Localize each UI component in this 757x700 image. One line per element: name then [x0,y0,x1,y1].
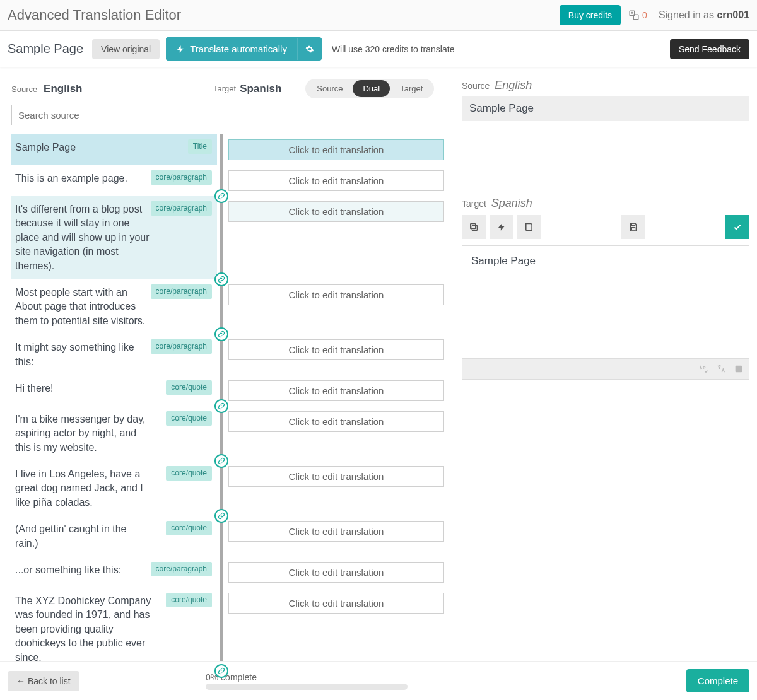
side-panel: Source English Sample Page Target Spanis… [462,79,749,700]
target-cell: Click to edit translation [226,165,444,196]
segment-type-badge: core/quote [166,380,212,395]
format-icon[interactable] [734,364,744,374]
translate-icon[interactable] [716,364,726,374]
segment-row[interactable]: Sample PageTitleClick to edit translatio… [11,134,447,165]
target-cell: Click to edit translation [226,516,444,557]
link-icon [218,512,225,520]
segment-row[interactable]: Most people start with an About page tha… [11,279,447,334]
search-input[interactable] [11,105,204,125]
link-segments-button[interactable] [214,454,228,468]
segment-row[interactable]: It's different from a blog post because … [11,196,447,279]
link-segments-button[interactable] [214,272,228,286]
source-cell[interactable]: (And gettin' caught in the rain.)core/qu… [11,516,217,557]
target-editor[interactable]: Sample Page [462,245,749,359]
source-cell[interactable]: I live in Los Angeles, have a great dog … [11,461,217,516]
source-language: English [44,83,82,95]
translate-settings-button[interactable] [297,38,322,60]
link-segments-button[interactable] [214,189,228,203]
source-cell[interactable]: It's different from a blog post because … [11,196,217,279]
link-icon [218,192,225,200]
target-cell: Click to edit translation [226,588,444,671]
translation-input[interactable]: Click to edit translation [228,339,444,360]
segment-type-badge: core/paragraph [151,170,212,185]
confirm-button[interactable] [725,215,749,239]
translation-input[interactable]: Click to edit translation [228,521,444,542]
segment-row[interactable]: I'm a bike messenger by day, aspiring ac… [11,406,447,461]
link-segments-button[interactable] [214,509,228,523]
segment-type-badge: core/paragraph [151,339,212,354]
segment-type-badge: core/paragraph [151,201,212,216]
segment-row[interactable]: Hi there!core/quoteClick to edit transla… [11,375,447,406]
target-cell: Click to edit translation [226,557,444,588]
spellcheck-icon[interactable] [698,364,708,374]
source-cell[interactable]: Hi there!core/quote [11,375,217,406]
source-cell[interactable]: I'm a bike messenger by day, aspiring ac… [11,406,217,461]
lightning-icon [497,223,506,231]
side-source-text: Sample Page [462,96,749,121]
side-toolbar [462,215,749,239]
toggle-dual[interactable]: Dual [353,80,390,97]
translation-input[interactable]: Click to edit translation [228,411,444,432]
row-divider [220,134,223,165]
translation-input[interactable]: Click to edit translation [228,139,444,160]
link-segments-button[interactable] [214,327,228,341]
source-cell[interactable]: Sample PageTitle [11,134,217,165]
send-feedback-button[interactable]: Send Feedback [670,39,749,59]
translation-input[interactable]: Click to edit translation [228,466,444,487]
complete-button[interactable]: Complete [686,669,749,692]
source-cell[interactable]: The XYZ Doohickey Company was founded in… [11,588,217,671]
segment-row[interactable]: I live in Los Angeles, have a great dog … [11,461,447,516]
segment-row[interactable]: The XYZ Doohickey Company was founded in… [11,588,447,671]
link-segments-button[interactable] [214,399,228,413]
signed-in-label: Signed in as crn001 [659,9,749,21]
target-cell: Click to edit translation [226,461,444,516]
side-target-label: Target [462,199,486,209]
back-to-list-button[interactable]: ← Back to list [8,671,79,691]
credit-usage-info: Will use 320 credits to translate [332,44,455,54]
source-cell[interactable]: Most people start with an About page tha… [11,279,217,334]
save-button[interactable] [621,215,645,239]
copy-icon [469,222,479,232]
target-cell: Click to edit translation [226,375,444,406]
translation-input[interactable]: Click to edit translation [228,201,444,222]
svg-rect-5 [631,228,635,230]
translation-input[interactable]: Click to edit translation [228,284,444,305]
progress-bar [206,684,408,690]
translate-automatically-button[interactable]: Translate automatically [166,37,297,61]
link-icon [218,667,225,675]
lightning-icon [176,45,185,54]
source-cell[interactable]: It might say something like this:core/pa… [11,334,217,375]
segment-row[interactable]: (And gettin' caught in the rain.)core/qu… [11,516,447,557]
auto-translate-segment-button[interactable] [490,215,513,239]
translation-input[interactable]: Click to edit translation [228,562,444,583]
editor-footer [462,359,749,380]
gear-icon [305,45,314,54]
segments-list: Sample PageTitleClick to edit translatio… [11,134,447,700]
row-divider [220,588,223,671]
translation-input[interactable]: Click to edit translation [228,593,444,614]
translate-credit-icon [628,9,640,21]
toggle-source[interactable]: Source [307,80,353,97]
segment-row[interactable]: ...or something like this:core/paragraph… [11,557,447,588]
translation-input[interactable]: Click to edit translation [228,380,444,401]
page-title: Sample Page [8,42,83,56]
segment-row[interactable]: It might say something like this:core/pa… [11,334,447,375]
top-bar: Advanced Translation Editor Buy credits … [0,0,757,31]
source-cell[interactable]: This is an example page.core/paragraph [11,165,217,196]
link-segments-button[interactable] [214,664,228,678]
copy-source-button[interactable] [462,215,486,239]
row-divider [220,279,223,334]
translation-input[interactable]: Click to edit translation [228,170,444,191]
segment-row[interactable]: This is an example page.core/paragraphCl… [11,165,447,196]
language-header: Source English Target Spanish Source Dua… [11,79,447,98]
buy-credits-button[interactable]: Buy credits [560,5,621,25]
progress-indicator: 0% complete [206,672,408,690]
row-divider [220,557,223,588]
side-source-lang: English [495,79,532,91]
segment-type-badge: core/paragraph [151,284,212,299]
toggle-target[interactable]: Target [390,80,433,97]
glossary-button[interactable] [517,215,541,239]
source-cell[interactable]: ...or something like this:core/paragraph [11,557,217,588]
view-original-button[interactable]: View original [92,39,160,59]
svg-rect-4 [631,223,635,225]
